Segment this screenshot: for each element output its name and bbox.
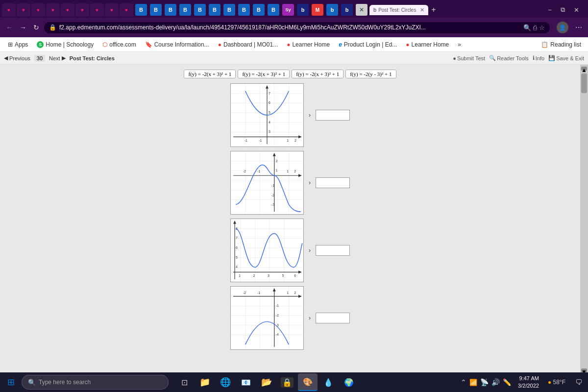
- pinned-tab-3[interactable]: ♥: [31, 3, 45, 17]
- pinned-tab-6[interactable]: ♥: [75, 3, 89, 17]
- notification-button[interactable]: 🗨: [571, 373, 586, 391]
- reading-list-label: Reading list: [550, 41, 581, 48]
- pinned-tab-4[interactable]: ♥: [46, 3, 60, 17]
- scroll-down-button[interactable]: ▼: [581, 368, 587, 372]
- restore-button[interactable]: ⧉: [558, 5, 568, 15]
- pinned-tab-9[interactable]: ♥: [120, 3, 133, 17]
- save-exit-button[interactable]: 💾 Save & Exit: [548, 55, 584, 61]
- reader-tools-button[interactable]: 🔍 Reader Tools: [489, 55, 529, 61]
- info-button[interactable]: ℹ Info: [533, 55, 544, 61]
- clock[interactable]: 9:47 AM 3/2/2022: [515, 375, 542, 390]
- bookmark-apps[interactable]: ⊞ Apps: [4, 40, 32, 49]
- pinned-tab-b4[interactable]: B: [179, 4, 191, 16]
- pinned-tab-b10[interactable]: B: [268, 4, 279, 16]
- pinned-tab-b9[interactable]: B: [253, 4, 265, 16]
- pinned-tab-b5[interactable]: B: [194, 4, 206, 16]
- answer-option-4[interactable]: f(y) = -2(y - 3)² + 1: [345, 70, 396, 78]
- profile-button[interactable]: 👤: [555, 20, 570, 35]
- active-tab[interactable]: b Post Test: Circles ✕: [369, 5, 428, 15]
- url-bar[interactable]: 🔒 f2.app.edmentum.com/assessments-delive…: [44, 22, 550, 33]
- taskbar-app2[interactable]: 💧: [318, 373, 338, 391]
- main-area: f(y) = -2(x + 3)² + 1 f(y) = -2(x + 3)² …: [0, 65, 588, 374]
- taskbar-edge[interactable]: 🌐: [216, 373, 235, 391]
- minimize-button[interactable]: −: [545, 5, 555, 15]
- pinned-tab-b11[interactable]: b: [326, 4, 338, 16]
- close-tab-button[interactable]: ✕: [356, 4, 368, 16]
- tab-close-button[interactable]: ✕: [420, 7, 424, 13]
- bookmarks-bar: ⊞ Apps S Home | Schoology ⬡ office.com 🔖…: [0, 37, 588, 52]
- submit-test-button[interactable]: ● Submit Test: [453, 55, 485, 61]
- taskbar-folder[interactable]: 📂: [257, 373, 276, 391]
- scroll-thumb[interactable]: [581, 74, 587, 93]
- pinned-tab-7[interactable]: ♥: [90, 3, 104, 17]
- answer-option-3[interactable]: f(y) = -2(x + 3)² + 1: [292, 70, 343, 78]
- pinned-tab-2[interactable]: ♥: [17, 3, 30, 17]
- taskbar-app1[interactable]: 🎨: [298, 373, 318, 391]
- pinned-tab-5[interactable]: ♥: [61, 3, 74, 17]
- pinned-tab-8[interactable]: ♥: [105, 3, 119, 17]
- graph-input-2[interactable]: [316, 177, 350, 188]
- search-url-button[interactable]: 🔍: [523, 24, 531, 31]
- bookmark-learner1[interactable]: ● Learner Home: [283, 40, 334, 49]
- svg-text:2: 2: [276, 159, 278, 163]
- bookmark-office[interactable]: ⬡ office.com: [98, 40, 140, 49]
- scrollbar-area[interactable]: ▲ ▼: [580, 65, 588, 374]
- scroll-up-button[interactable]: ▲: [581, 67, 587, 71]
- chevron-up-icon[interactable]: ⌃: [461, 378, 466, 386]
- favorite-button[interactable]: ☆: [539, 24, 545, 31]
- volume-icon[interactable]: 🔊: [491, 378, 500, 386]
- pinned-tab-1[interactable]: ♥: [2, 3, 16, 17]
- answer-option-1[interactable]: f(y) = -2(x + 3)² + 1: [184, 70, 236, 78]
- bookmark-more[interactable]: »: [454, 40, 465, 49]
- svg-text:-3: -3: [276, 323, 279, 327]
- back-button[interactable]: ←: [4, 22, 15, 33]
- taskbar-mail[interactable]: 📧: [236, 373, 256, 391]
- pinned-tab-b6[interactable]: B: [209, 4, 220, 16]
- share-button[interactable]: ⎙: [533, 24, 537, 31]
- graph-input-3[interactable]: [316, 245, 350, 256]
- next-button[interactable]: Next ▶: [49, 55, 66, 61]
- extensions-button[interactable]: ⋯: [573, 22, 584, 33]
- svg-marker-78: [273, 288, 276, 292]
- taskbar-browser[interactable]: 🌍: [339, 373, 359, 391]
- forward-button[interactable]: →: [18, 22, 28, 33]
- answer-option-2[interactable]: f(y) = -2(x + 3)² + 1: [238, 70, 290, 78]
- taskbar-file-explorer[interactable]: 📁: [195, 373, 215, 391]
- bookmark-schoology[interactable]: S Home | Schoology: [33, 40, 98, 49]
- section-name: Post Test: Circles: [70, 55, 115, 61]
- pinned-tab-b1[interactable]: B: [135, 4, 147, 16]
- pen-icon[interactable]: ✏️: [503, 378, 511, 386]
- graph-input-1[interactable]: [316, 110, 350, 121]
- new-tab-button[interactable]: +: [428, 5, 439, 14]
- wifi-icon[interactable]: 📡: [480, 378, 489, 386]
- pinned-tab-b2[interactable]: B: [150, 4, 162, 16]
- pinned-tab-b7[interactable]: B: [223, 4, 235, 16]
- bookmark-office-label: office.com: [109, 41, 136, 48]
- pinned-tab-b12[interactable]: b: [341, 4, 353, 16]
- reload-button[interactable]: ↻: [31, 22, 41, 33]
- prev-button[interactable]: ◀ Previous: [4, 55, 30, 61]
- bookmark-product[interactable]: e Product Login | Ed...: [335, 40, 401, 49]
- graph-2: 2 1 -1 -2 -3 -2 -1 1 2: [230, 151, 304, 215]
- network-icon[interactable]: 📶: [469, 379, 477, 386]
- pinned-tab-b3[interactable]: B: [165, 4, 176, 16]
- close-window-button[interactable]: ✕: [571, 5, 582, 15]
- pinned-tab-b8[interactable]: B: [238, 4, 250, 16]
- taskbar-search-box[interactable]: 🔍 Type here to search: [22, 375, 169, 390]
- svg-marker-55: [233, 220, 236, 224]
- svg-text:1: 1: [287, 291, 289, 294]
- svg-text:-1: -1: [271, 184, 274, 187]
- graph-input-4[interactable]: [316, 313, 350, 323]
- pinned-tab-bd[interactable]: b: [297, 4, 309, 16]
- svg-text:-4: -4: [276, 333, 279, 336]
- timer-badge: 30: [34, 55, 45, 62]
- taskbar-lock[interactable]: 🔒: [277, 373, 297, 391]
- reading-list-button[interactable]: 📋 Reading list: [538, 40, 584, 49]
- bookmark-course[interactable]: 🔖 Course Information...: [141, 40, 213, 49]
- bookmark-learner2[interactable]: ● Learner Home: [402, 40, 453, 49]
- start-button[interactable]: ⊞: [2, 373, 20, 391]
- pinned-tab-sy[interactable]: Sy: [282, 4, 294, 16]
- bookmark-dashboard[interactable]: ● Dashboard | MO01...: [214, 40, 282, 49]
- pinned-tab-m[interactable]: M: [312, 4, 323, 16]
- task-view-button[interactable]: ⊡: [174, 373, 194, 391]
